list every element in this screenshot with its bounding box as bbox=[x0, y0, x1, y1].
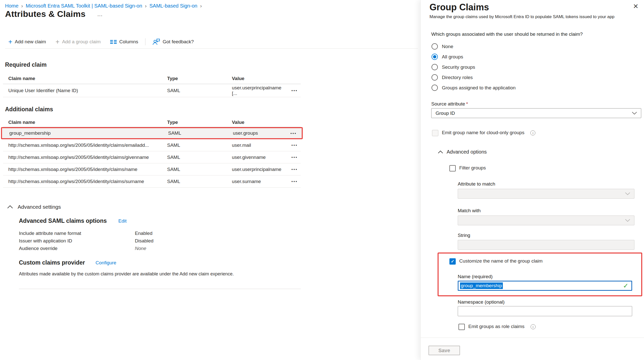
source-attribute-label: Source attribute* bbox=[431, 101, 468, 107]
claim-value-cell: user.surname bbox=[232, 179, 284, 184]
info-icon[interactable]: i bbox=[531, 324, 536, 329]
configure-provider-link[interactable]: Configure bbox=[96, 260, 116, 266]
save-button[interactable]: Save bbox=[428, 346, 460, 355]
saml-options-list: Include attribute name format Enabled Is… bbox=[19, 230, 154, 252]
row-menu-button[interactable]: ••• bbox=[291, 167, 298, 171]
filter-groups-label: Filter groups bbox=[459, 165, 486, 171]
radio-label: All groups bbox=[442, 54, 463, 60]
emit-roles-label: Emit groups as role claims bbox=[468, 324, 525, 329]
required-claim-heading: Required claim bbox=[5, 61, 47, 68]
source-attribute-dropdown[interactable]: Group ID bbox=[431, 108, 641, 118]
row-menu-button[interactable]: ••• bbox=[291, 143, 298, 147]
group-type-radio-group: None All groups Security groups Director… bbox=[432, 41, 516, 93]
claim-name-cell: http://schemas.xmlsoap.org/ws/2005/05/id… bbox=[8, 142, 167, 148]
customize-name-checkbox-row[interactable]: ✓ Customize the name of the group claim bbox=[449, 258, 543, 265]
edit-saml-options-link[interactable]: Edit bbox=[118, 218, 127, 224]
advanced-settings-label: Advanced settings bbox=[18, 204, 61, 210]
radio-none[interactable]: None bbox=[432, 41, 516, 52]
info-icon[interactable]: i bbox=[530, 130, 535, 135]
table-row[interactable]: http://schemas.xmlsoap.org/ws/2005/05/id… bbox=[3, 151, 301, 163]
breadcrumb-home[interactable]: Home bbox=[5, 3, 18, 9]
columns-button[interactable]: Columns bbox=[110, 39, 138, 45]
command-bar: + Add new claim + Add a group claim Colu… bbox=[8, 37, 194, 46]
saml-options-heading: Advanced SAML claims options bbox=[19, 218, 107, 224]
customize-name-label: Customize the name of the group claim bbox=[459, 258, 543, 264]
claim-value-cell: user.mail bbox=[232, 142, 284, 148]
option-value: Disabled bbox=[135, 237, 154, 245]
radio-selected-icon bbox=[432, 54, 438, 60]
checkbox-unchecked-icon bbox=[432, 130, 438, 136]
table-header: Claim name Type Value bbox=[3, 73, 301, 84]
match-with-dropdown[interactable] bbox=[458, 215, 634, 225]
columns-icon bbox=[110, 39, 117, 44]
row-menu-button[interactable]: ••• bbox=[291, 179, 298, 184]
emit-group-name-label: Emit group name for cloud-only groups bbox=[442, 130, 524, 135]
name-required-label: Name (required) bbox=[458, 274, 493, 279]
add-new-claim-button[interactable]: + Add new claim bbox=[8, 39, 46, 45]
advanced-settings-toggle[interactable]: Advanced settings bbox=[7, 204, 61, 210]
table-row[interactable]: http://schemas.xmlsoap.org/ws/2005/05/id… bbox=[3, 175, 301, 188]
source-attribute-value: Group ID bbox=[436, 111, 455, 116]
page-more-menu-button[interactable]: … bbox=[97, 11, 103, 19]
claim-name-cell: http://schemas.xmlsoap.org/ws/2005/05/id… bbox=[8, 167, 167, 172]
claim-type-cell: SAML bbox=[168, 130, 233, 136]
add-group-claim-button[interactable]: + Add a group claim bbox=[55, 39, 101, 45]
radio-label: Groups assigned to the application bbox=[442, 85, 516, 91]
columns-label: Columns bbox=[119, 39, 138, 45]
emit-group-name-checkbox-row[interactable]: Emit group name for cloud-only groups i bbox=[432, 130, 535, 136]
close-icon[interactable]: ✕ bbox=[633, 3, 638, 10]
namespace-input[interactable] bbox=[458, 306, 632, 316]
radio-label: Directory roles bbox=[442, 75, 473, 80]
custom-provider-description: Attributes made available by the custom … bbox=[19, 271, 296, 277]
table-row[interactable]: http://schemas.xmlsoap.org/ws/2005/05/id… bbox=[3, 139, 301, 151]
row-menu-button[interactable]: ••• bbox=[291, 88, 298, 93]
section-rule bbox=[19, 289, 301, 289]
radio-all-groups[interactable]: All groups bbox=[432, 52, 516, 62]
title-bar: Attributes & Claims … bbox=[5, 9, 103, 19]
emit-roles-checkbox-row[interactable]: Emit groups as role claims i bbox=[458, 324, 536, 330]
table-row[interactable]: http://schemas.xmlsoap.org/ws/2005/05/id… bbox=[3, 163, 301, 175]
col-value: Value bbox=[232, 120, 284, 125]
table-row[interactable]: Unique User Identifier (Name ID) SAML us… bbox=[3, 84, 301, 97]
radio-security-groups[interactable]: Security groups bbox=[432, 62, 516, 72]
filter-groups-checkbox-row[interactable]: Filter groups bbox=[449, 165, 486, 171]
group-claims-panel: Group Claims ✕ Manage the group claims u… bbox=[420, 0, 644, 360]
add-group-claim-label: Add a group claim bbox=[62, 39, 101, 45]
claim-value-cell: user.givenname bbox=[232, 155, 284, 160]
radio-icon bbox=[432, 74, 438, 81]
selected-input-text: group_membership bbox=[460, 282, 503, 289]
row-menu-button[interactable]: ••• bbox=[291, 155, 298, 159]
radio-label: None bbox=[442, 44, 453, 49]
panel-footer-rule bbox=[421, 338, 644, 338]
breadcrumb-saml-toolkit[interactable]: Microsoft Entra SAML Toolkit | SAML-base… bbox=[26, 3, 142, 9]
claim-name-cell: Unique User Identifier (Name ID) bbox=[8, 88, 167, 93]
string-input[interactable] bbox=[458, 240, 634, 250]
claim-value-cell: user.userprincipalname bbox=[232, 167, 284, 172]
plus-icon: + bbox=[55, 39, 59, 45]
claim-type-cell: SAML bbox=[167, 142, 232, 148]
saml-option-row: Include attribute name format Enabled bbox=[19, 230, 154, 237]
table-row-group-membership[interactable]: group_membership SAML user.groups ••• bbox=[1, 127, 303, 139]
radio-directory-roles[interactable]: Directory roles bbox=[432, 72, 516, 83]
feedback-button[interactable]: Got feedback? bbox=[152, 39, 194, 45]
attribute-to-match-dropdown[interactable] bbox=[458, 189, 634, 199]
row-menu-button[interactable]: ••• bbox=[290, 131, 297, 135]
col-type: Type bbox=[167, 76, 232, 81]
radio-icon bbox=[432, 85, 438, 91]
claim-type-cell: SAML bbox=[167, 167, 232, 172]
option-label: Audience override bbox=[19, 245, 135, 252]
toolbar-divider bbox=[145, 38, 145, 45]
feedback-icon bbox=[152, 39, 160, 45]
option-value: None bbox=[135, 245, 146, 252]
string-label: String bbox=[458, 233, 470, 238]
claim-name-cell: http://schemas.xmlsoap.org/ws/2005/05/id… bbox=[8, 155, 167, 160]
breadcrumb-separator: › bbox=[145, 3, 147, 9]
advanced-options-label: Advanced options bbox=[447, 149, 487, 155]
advanced-options-toggle[interactable]: Advanced options bbox=[438, 149, 487, 155]
feedback-label: Got feedback? bbox=[163, 39, 194, 45]
group-claim-name-input[interactable]: group_membership ✓ bbox=[458, 281, 632, 291]
claim-value-cell: user.groups bbox=[233, 130, 283, 136]
radio-groups-assigned[interactable]: Groups assigned to the application bbox=[432, 83, 516, 93]
breadcrumb-saml-signon[interactable]: SAML-based Sign-on bbox=[149, 3, 197, 9]
valid-check-icon: ✓ bbox=[623, 282, 628, 290]
